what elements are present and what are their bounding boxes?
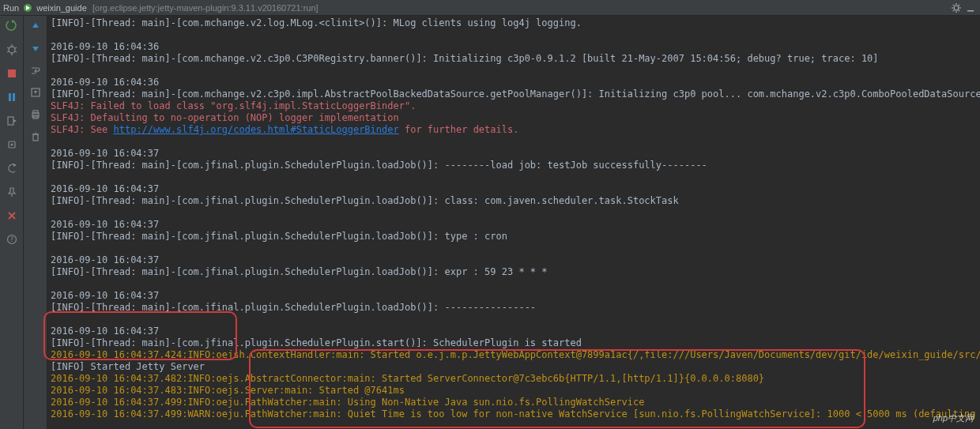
console-line (51, 29, 977, 41)
svg-marker-24 (13, 119, 17, 122)
console-line: [INFO]-[Thread: main]-[com.jfinal.plugin… (51, 302, 977, 314)
settings-icon[interactable] (950, 2, 963, 14)
svg-rect-22 (13, 93, 15, 101)
svg-rect-21 (9, 93, 11, 101)
up-icon[interactable] (28, 19, 43, 33)
console-line: 2016-09-10 16:04:37 (51, 183, 977, 195)
console-line (51, 65, 977, 77)
console-line: 2016-09-10 16:04:37.499:WARN:oeju.PathWa… (51, 408, 977, 420)
console-line: [INFO]-[Thread: main]-[com.mchange.v2.c3… (51, 53, 977, 65)
console-left-gutter (24, 16, 47, 429)
svg-line-7 (953, 4, 954, 5)
console-line (51, 171, 977, 183)
console-line: 2016-09-10 16:04:37 (51, 254, 977, 266)
watermark: php中文网 (933, 412, 974, 424)
minimize-icon[interactable] (964, 2, 977, 14)
svg-rect-20 (8, 70, 16, 77)
help-icon[interactable]: ? (5, 232, 19, 246)
soft-wrap-icon[interactable] (28, 63, 43, 77)
run-label: Run (3, 3, 19, 13)
run-tool-titlebar: Run weixin_guide [org.eclipse.jetty:jett… (0, 0, 980, 16)
dump-icon[interactable] (5, 137, 19, 152)
svg-marker-33 (32, 47, 39, 51)
console-line: [INFO]-[Thread: main]-[com.jfinal.plugin… (51, 195, 977, 207)
down-icon[interactable] (28, 41, 43, 55)
console-line: 2016-09-10 16:04:37 (51, 219, 977, 231)
print-icon[interactable] (28, 107, 43, 122)
console-line: SLF4J: See http://www.slf4j.org/codes.ht… (51, 124, 977, 136)
run-config-detail: [org.eclipse.jetty:jetty-maven-plugin:9.… (92, 3, 318, 13)
svg-rect-39 (33, 134, 38, 141)
svg-line-19 (15, 51, 17, 52)
console-line (51, 314, 977, 326)
console-line: [INFO]-[Thread: main]-[com.jfinal.plugin… (51, 337, 977, 349)
svg-marker-32 (32, 23, 39, 28)
stop-icon[interactable] (5, 66, 19, 81)
svg-line-9 (959, 4, 959, 5)
pause-icon[interactable] (5, 90, 19, 104)
svg-rect-37 (33, 111, 38, 113)
console-line (51, 243, 977, 254)
console-line: 2016-09-10 16:04:37.482:INFO:oejs.Abstra… (51, 373, 977, 385)
console-line: 2016-09-10 16:04:37.499:INFO:oeju.PathWa… (51, 397, 977, 408)
console-line: 2016-09-10 16:04:37 (51, 290, 977, 302)
run-left-gutter: ? (0, 16, 24, 429)
console-line: [INFO] Started Jetty Server (51, 361, 977, 373)
svg-text:?: ? (9, 236, 13, 243)
svg-line-17 (15, 47, 17, 48)
console-line: 2016-09-10 16:04:36 (51, 77, 977, 88)
run-config-icon (22, 2, 33, 13)
svg-marker-27 (13, 164, 17, 167)
close-icon[interactable] (5, 209, 19, 223)
rerun-icon[interactable] (5, 19, 19, 33)
console-line: SLF4J: Failed to load class "org.slf4j.i… (51, 100, 977, 112)
svg-rect-23 (8, 117, 13, 125)
console-line: SLF4J: Defaulting to no-operation (NOP) … (51, 112, 977, 124)
console-output[interactable]: [INFO]-[Thread: main]-[com.mchange.v2.lo… (47, 16, 980, 429)
svg-line-16 (7, 47, 9, 48)
console-line: 2016-09-10 16:04:37.424:INFO:oejsh.Conte… (51, 349, 977, 361)
console-line: 2016-09-10 16:04:36 (51, 41, 977, 53)
svg-point-13 (9, 47, 15, 53)
console-line: [INFO]-[Thread: main]-[com.mchange.v2.c3… (51, 88, 977, 100)
svg-point-26 (10, 144, 13, 146)
console-line: [INFO]-[Thread: main]-[com.mchange.v2.lo… (51, 17, 977, 29)
restore-layout-icon[interactable] (5, 161, 19, 175)
run-config-name: weixin_guide (36, 3, 87, 13)
exit-icon[interactable] (5, 114, 19, 128)
console-line (51, 207, 977, 219)
svg-rect-11 (967, 10, 974, 12)
svg-line-8 (959, 9, 959, 10)
console-line: [INFO]-[Thread: main]-[com.jfinal.plugin… (51, 160, 977, 171)
scroll-to-end-icon[interactable] (28, 85, 43, 100)
svg-marker-35 (34, 91, 37, 94)
console-line (51, 278, 977, 290)
console-line: 2016-09-10 16:04:37 (51, 326, 977, 337)
clear-icon[interactable] (28, 130, 43, 144)
pin-icon[interactable] (5, 185, 19, 199)
svg-point-2 (954, 6, 959, 10)
debug-icon[interactable] (5, 43, 19, 57)
console-line (51, 136, 977, 148)
main-area: ? [INFO]-[Thread: main]-[com.mchange.v2.… (0, 16, 980, 429)
svg-line-10 (953, 9, 954, 10)
svg-line-18 (7, 51, 9, 52)
console-line: 2016-09-10 16:04:37 (51, 148, 977, 160)
console-line: [INFO]-[Thread: main]-[com.jfinal.plugin… (51, 266, 977, 278)
console-line: [INFO]-[Thread: main]-[com.jfinal.plugin… (51, 231, 977, 243)
console-line: 2016-09-10 16:04:37.483:INFO:oejs.Server… (51, 385, 977, 397)
